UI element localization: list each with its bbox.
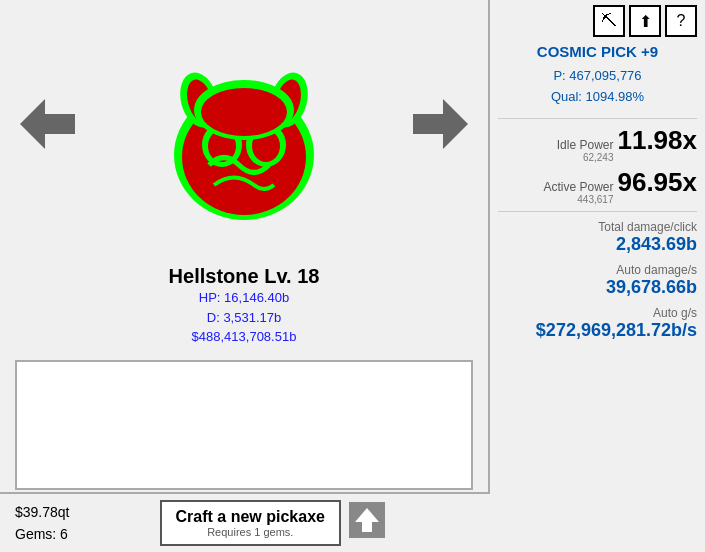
- divider-2: [498, 211, 697, 212]
- top-icons: ⛏ ⬆ ?: [498, 5, 697, 37]
- svg-marker-0: [20, 99, 75, 149]
- monster-hp: HP: 16,146.40b: [199, 290, 289, 305]
- left-panel: Hellstone Lv. 18 HP: 16,146.40b D: 3,531…: [0, 0, 490, 552]
- idle-power-row: Idle Power 62,243 11.98x: [498, 125, 697, 163]
- idle-power-sub: 62,243: [557, 152, 614, 163]
- idle-power-label-group: Idle Power 62,243: [557, 138, 614, 163]
- upgrade-arrow-icon[interactable]: [349, 502, 385, 545]
- pick-p-stat: P: 467,095,776: [498, 66, 697, 87]
- auto-damage-label: Auto damage/s: [498, 263, 697, 277]
- pick-qual-stat: Qual: 1094.98%: [498, 87, 697, 108]
- main-container: Hellstone Lv. 18 HP: 16,146.40b D: 3,531…: [0, 0, 705, 552]
- svg-marker-13: [413, 99, 468, 149]
- auto-g-value: $272,969,281.72b/s: [498, 320, 697, 341]
- total-damage-label: Total damage/click: [498, 220, 697, 234]
- action-area: [15, 360, 473, 490]
- monster-area: [0, 0, 488, 260]
- auto-g-label: Auto g/s: [498, 306, 697, 320]
- active-power-label-group: Active Power 443,617: [543, 180, 613, 205]
- active-power-sub: 443,617: [543, 194, 613, 205]
- next-monster-arrow[interactable]: [413, 99, 468, 161]
- idle-power-value: 11.98x: [617, 125, 697, 156]
- auto-damage-row: Auto damage/s 39,678.66b: [498, 263, 697, 298]
- bottom-bar: $39.78qt Gems: 6 Craft a new pickaxe Req…: [0, 492, 490, 552]
- currency-display: $39.78qt: [15, 501, 70, 523]
- pickaxe-name: COSMIC PICK +9: [498, 43, 697, 60]
- idle-power-label: Idle Power: [557, 138, 614, 152]
- divider-1: [498, 118, 697, 119]
- pickaxe-stats: P: 467,095,776 Qual: 1094.98%: [498, 66, 697, 108]
- total-damage-row: Total damage/click 2,843.69b: [498, 220, 697, 255]
- craft-pickaxe-button[interactable]: Craft a new pickaxe Requires 1 gems.: [160, 500, 341, 546]
- prev-monster-arrow[interactable]: [20, 99, 75, 161]
- craft-button-label: Craft a new pickaxe: [176, 508, 325, 526]
- currency-info: $39.78qt Gems: 6: [15, 501, 70, 546]
- active-power-label: Active Power: [543, 180, 613, 194]
- craft-requires-label: Requires 1 gems.: [176, 526, 325, 538]
- auto-g-row: Auto g/s $272,969,281.72b/s: [498, 306, 697, 341]
- active-power-row: Active Power 443,617 96.95x: [498, 167, 697, 205]
- pickaxe-icon-button[interactable]: ⛏: [593, 5, 625, 37]
- monster-stats: HP: 16,146.40b D: 3,531.17b $488,413,708…: [0, 288, 488, 347]
- monster-reward: $488,413,708.51b: [192, 329, 297, 344]
- monster-info: Hellstone Lv. 18 HP: 16,146.40b D: 3,531…: [0, 260, 488, 352]
- active-power-value: 96.95x: [617, 167, 697, 198]
- total-damage-value: 2,843.69b: [498, 234, 697, 255]
- monster-dmg: D: 3,531.17b: [207, 310, 281, 325]
- svg-point-12: [201, 88, 287, 136]
- auto-damage-value: 39,678.66b: [498, 277, 697, 298]
- monster-name: Hellstone Lv. 18: [0, 265, 488, 288]
- help-icon-button[interactable]: ?: [665, 5, 697, 37]
- gems-display: Gems: 6: [15, 523, 70, 545]
- upgrade-icon-button[interactable]: ⬆: [629, 5, 661, 37]
- craft-button-container: Craft a new pickaxe Requires 1 gems.: [70, 500, 476, 546]
- right-panel: ⛏ ⬆ ? COSMIC PICK +9 P: 467,095,776 Qual…: [490, 0, 705, 552]
- monster-display: [144, 30, 344, 230]
